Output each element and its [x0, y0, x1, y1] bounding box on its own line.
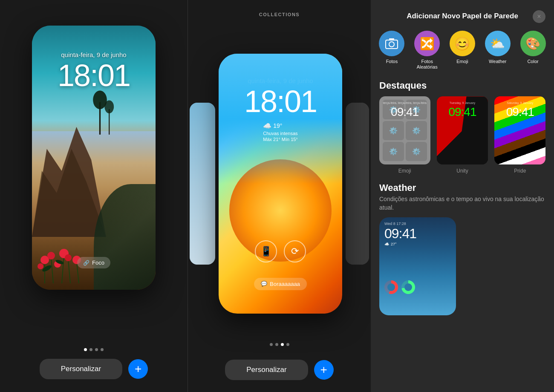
fotos-aleatorias-icon: 🔀: [414, 31, 440, 56]
middle-dot-indicators: [270, 343, 289, 346]
left-plus-button[interactable]: +: [128, 359, 148, 379]
fotos-aleatorias-label: Fotos Aleatórias: [417, 59, 438, 70]
middle-weather-widget: ☁️ 19° Chuvas intensas Máx 21° Mín 15°: [263, 122, 298, 142]
middle-main-phone: quinta-feira, 9 de junho 18:01 ☁️ 19° Ch…: [219, 54, 342, 314]
category-emoji[interactable]: 😊 Emoji: [448, 31, 477, 70]
categories-row: Fotos 🔀 Fotos Aleatórias 😊 Emoji ⛅: [371, 29, 554, 77]
fotos-icon: [379, 31, 404, 56]
unity-highlight-img: Tuesday, 9 January 09:41: [437, 96, 488, 164]
emoji-highlight-label: Emoji: [398, 168, 411, 174]
destaques-section-title: Destaques: [371, 77, 554, 96]
dot-4: [101, 348, 104, 351]
collections-title: COLLECTIONS: [259, 12, 300, 17]
middle-dot-3: [281, 343, 284, 346]
middle-panel: COLLECTIONS quinta-feira, 9 de junho 18:…: [188, 0, 371, 392]
middle-dot-1: [270, 343, 273, 346]
modal-title: Adicionar Novo Papel de Parede: [407, 12, 518, 20]
svg-rect-22: [389, 38, 394, 40]
wp-cloud-icon: ☁️: [384, 242, 389, 246]
middle-personalizar-button[interactable]: Personalizar: [225, 360, 308, 380]
left-phone-date: quinta-feira, 9 de junho: [61, 51, 126, 58]
emoji-category-icon: 😊: [450, 31, 475, 56]
weather-section-title: Weather: [371, 181, 554, 195]
middle-small-phone-left: [190, 103, 215, 265]
left-phone-mockup: quinta-feira, 9 de junho 18:01 🔗 Foco: [32, 26, 156, 290]
weather-category-label: Weather: [489, 59, 506, 64]
pride-highlight-label: Pride: [514, 168, 526, 174]
middle-phone-content: quinta-feira, 9 de junho 18:01 ☁️ 19° Ch…: [219, 54, 342, 314]
left-dot-indicators: [84, 348, 104, 351]
left-bottom-buttons: Personalizar +: [40, 359, 148, 379]
wp-weather-row: ☁️ 27°: [384, 242, 451, 246]
modal-header: Adicionar Novo Papel de Parede ×: [371, 0, 554, 29]
middle-plus-button[interactable]: +: [314, 360, 334, 380]
category-fotos[interactable]: Fotos: [377, 31, 406, 70]
left-phone-time: 18:01: [58, 60, 130, 91]
weather-section-desc: Condições astronômicas e o tempo ao vivo…: [371, 195, 554, 217]
color-category-label: Color: [527, 59, 538, 64]
wp-temp: 27°: [391, 242, 397, 246]
unity-card-overlay: Tuesday, 9 January 09:41: [437, 96, 488, 164]
wp-time: 09:41: [384, 227, 451, 240]
close-button[interactable]: ×: [533, 10, 545, 23]
dot-2: [89, 348, 92, 351]
wp-ring-2: [401, 280, 415, 294]
left-panel: quinta-feira, 9 de junho 18:01 🔗 Foco Pe…: [0, 0, 188, 392]
right-panel: Adicionar Novo Papel de Parede × Fotos: [371, 0, 554, 392]
svg-point-21: [389, 42, 394, 47]
unity-highlight-label: Unity: [456, 168, 468, 174]
emoji-card-overlay: terça-feira, terça-feira, terça-feira 09…: [379, 96, 430, 164]
weather-desc: Chuvas intensas: [263, 131, 298, 136]
right-scroll-area[interactable]: Fotos 🔀 Fotos Aleatórias 😊 Emoji ⛅: [371, 29, 554, 392]
wp-rings-row: [384, 280, 451, 294]
left-phone-content: quinta-feira, 9 de junho 18:01: [32, 26, 156, 290]
left-personalizar-button[interactable]: Personalizar: [40, 359, 123, 379]
weather-preview-content: Wed 8 17:28 09:41 ☁️ 27°: [379, 217, 456, 315]
middle-phone-date: quinta-feira, 9 de junho: [248, 77, 313, 84]
wp-ring-1: [384, 280, 398, 294]
highlight-emoji[interactable]: ⚙️ ⚙️ ⚙️ ⚙️ ⚙️ ⚙️ terça-feira, terça-fei…: [378, 96, 432, 174]
weather-category-icon: ⛅: [485, 31, 511, 56]
category-weather[interactable]: ⛅ Weather: [483, 31, 512, 70]
middle-bottom: Personalizar +: [225, 343, 334, 392]
highlight-unity[interactable]: Tuesday, 9 January 09:41 Unity: [435, 96, 489, 174]
pride-card-overlay: Saturday, 9 January 09:41: [494, 96, 545, 164]
middle-dot-4: [286, 343, 289, 346]
weather-temp: 19°: [273, 122, 282, 129]
weather-maxmin: Máx 21° Mín 15°: [263, 137, 298, 142]
middle-small-phone-right: [346, 103, 369, 265]
highlight-pride[interactable]: Saturday, 9 January 09:41 Pride: [493, 96, 547, 174]
fotos-label: Fotos: [386, 59, 398, 64]
middle-bottom-buttons: Personalizar +: [225, 360, 334, 380]
emoji-highlight-img: ⚙️ ⚙️ ⚙️ ⚙️ ⚙️ ⚙️ terça-feira, terça-fei…: [379, 96, 430, 164]
dot-3: [95, 348, 98, 351]
category-fotos-aleatorias[interactable]: 🔀 Fotos Aleatórias: [413, 31, 441, 70]
weather-preview-card[interactable]: Wed 8 17:28 09:41 ☁️ 27°: [379, 217, 456, 315]
emoji-category-label: Emoji: [456, 59, 468, 64]
category-color[interactable]: 🎨 Color: [519, 31, 548, 70]
middle-dot-2: [275, 343, 278, 346]
dot-1: [84, 348, 87, 351]
pride-highlight-img: Saturday, 9 January 09:41: [494, 96, 545, 164]
wp-header: Wed 8 17:28: [384, 222, 451, 226]
highlights-row: ⚙️ ⚙️ ⚙️ ⚙️ ⚙️ ⚙️ terça-feira, terça-fei…: [371, 96, 554, 181]
middle-phone-time: 18:01: [244, 86, 317, 117]
color-category-icon: 🎨: [520, 31, 546, 56]
